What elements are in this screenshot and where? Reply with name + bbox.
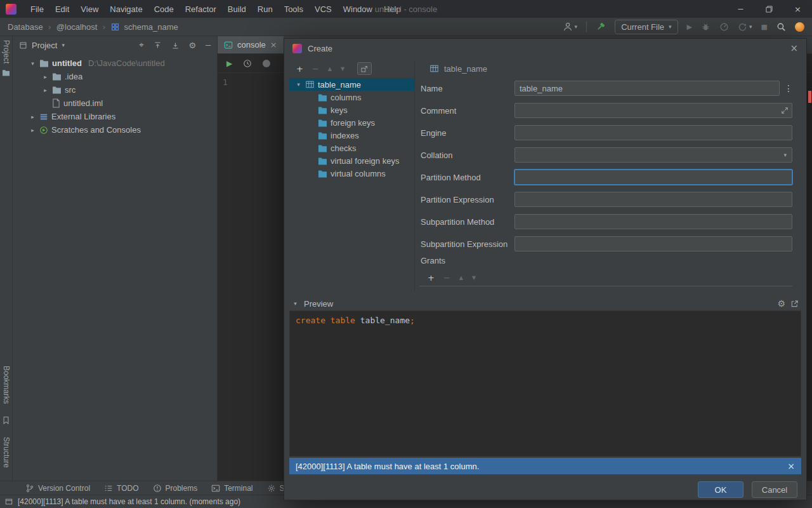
collapse-all-icon[interactable] <box>154 41 162 50</box>
menu-item-file[interactable]: File <box>25 1 49 17</box>
tab-console[interactable]: console × <box>218 36 284 53</box>
toolwindow-button-problems[interactable]: Problems <box>153 484 198 493</box>
run-button[interactable]: ▶ <box>687 23 692 31</box>
subpartition-expression-input[interactable] <box>514 236 792 251</box>
project-stripe-folder-icon[interactable] <box>2 69 10 76</box>
menu-item-run[interactable]: Run <box>252 1 278 17</box>
remove-button[interactable]: − <box>312 64 319 74</box>
menu-item-view[interactable]: View <box>75 1 104 17</box>
close-button[interactable]: × <box>783 0 812 18</box>
bookmark-icon[interactable] <box>3 417 10 424</box>
grants-move-up-button[interactable]: ▲ <box>459 275 463 281</box>
locate-file-icon[interactable]: ⌖ <box>139 40 143 50</box>
tab-close-icon[interactable]: × <box>270 40 277 50</box>
breadcrumb-localhost[interactable]: @localhost <box>56 22 98 32</box>
comment-input[interactable] <box>514 103 792 118</box>
engine-input[interactable] <box>514 125 792 140</box>
tree-item-indexes[interactable]: indexes <box>289 129 414 142</box>
move-down-button[interactable]: ▼ <box>341 66 344 72</box>
chevron-down-icon[interactable]: ▾ <box>29 60 36 67</box>
grants-remove-button[interactable]: − <box>443 273 450 283</box>
menu-item-vcs[interactable]: VCS <box>309 1 337 17</box>
profiler-button[interactable] <box>719 22 729 32</box>
execute-button[interactable]: ▶ <box>226 59 232 68</box>
partition-method-input[interactable] <box>514 170 792 185</box>
breadcrumb-database[interactable]: Database <box>8 22 43 32</box>
search-everywhere-icon[interactable] <box>776 22 786 32</box>
project-tree-item-idea[interactable]: ▸ .idea <box>13 70 217 83</box>
breadcrumb-schema-name[interactable]: schema_name <box>124 22 178 32</box>
expand-editor-icon[interactable] <box>781 107 789 114</box>
toolwindow-button-bookmarks[interactable]: Bookmarks <box>2 362 11 408</box>
build-hammer-icon[interactable] <box>596 22 606 32</box>
chevron-right-icon[interactable]: ▸ <box>42 87 49 93</box>
rerun-button[interactable]: ▾ <box>738 22 752 32</box>
user-account-icon[interactable]: ▾ <box>563 22 578 32</box>
notifications-icon[interactable] <box>795 22 804 32</box>
preview-settings-gear-icon[interactable]: ⚙ <box>777 298 785 309</box>
move-up-button[interactable]: ▲ <box>328 66 332 72</box>
tree-item-columns[interactable]: columns <box>289 91 414 104</box>
name-input[interactable]: table_name <box>514 81 780 96</box>
chevron-down-icon[interactable]: ▾ <box>62 42 65 48</box>
grants-move-down-button[interactable]: ▼ <box>472 275 476 281</box>
menu-item-edit[interactable]: Edit <box>49 1 75 17</box>
menu-item-tools[interactable]: Tools <box>278 1 309 17</box>
menu-item-navigate[interactable]: Navigate <box>104 1 148 17</box>
jump-to-editor-toggle[interactable] <box>357 62 372 75</box>
project-tree-item-external-libraries[interactable]: ▸ External Libraries <box>13 110 217 123</box>
subpartition-method-input[interactable] <box>514 214 792 229</box>
add-button[interactable]: + <box>296 64 303 74</box>
chevron-right-icon[interactable]: ▸ <box>29 114 36 120</box>
toolwindow-button-terminal[interactable]: Terminal <box>211 484 252 493</box>
error-stripe-marker[interactable] <box>808 91 811 103</box>
ok-button[interactable]: OK <box>698 481 743 498</box>
grants-add-button[interactable]: + <box>428 273 435 283</box>
chevron-right-icon[interactable]: ▸ <box>42 74 49 80</box>
preview-title[interactable]: Preview <box>304 299 333 309</box>
services-icon <box>267 484 276 493</box>
menu-item-build[interactable]: Build <box>222 1 252 17</box>
history-icon[interactable] <box>243 59 252 68</box>
hide-panel-icon[interactable]: ─ <box>206 41 211 50</box>
project-tree-item-scratches[interactable]: ▸ Scratches and Consoles <box>13 123 217 137</box>
tree-item-keys[interactable]: keys <box>289 104 414 116</box>
chevron-down-icon[interactable]: ▾ <box>295 81 302 88</box>
chevron-down-icon[interactable]: ▾ <box>292 300 299 307</box>
tree-item-checks[interactable]: checks <box>289 142 414 154</box>
partition-expression-input[interactable] <box>514 192 792 207</box>
banner-close-icon[interactable]: × <box>787 461 795 471</box>
toolwindow-button-structure[interactable]: Structure <box>2 433 11 472</box>
minimize-button[interactable]: ─ <box>726 0 755 18</box>
collation-input[interactable]: ▾ <box>514 147 792 163</box>
stop-button[interactable]: ■ <box>761 23 768 31</box>
project-tree-item-src[interactable]: ▸ src <box>13 83 217 97</box>
run-config-combo[interactable]: Current File ▾ <box>615 20 678 34</box>
tree-item-virtual-columns[interactable]: virtual columns <box>289 167 414 180</box>
menu-item-code[interactable]: Code <box>148 1 180 17</box>
status-window-icon[interactable] <box>5 498 13 505</box>
open-in-editor-icon[interactable] <box>790 300 799 308</box>
project-tree-item-untitled[interactable]: ▾ untitled D:\JavaCode\untitled <box>13 57 217 70</box>
toolwindow-button-project[interactable]: Project <box>2 36 11 67</box>
dialog-close-button[interactable]: × <box>790 43 798 54</box>
chevron-down-icon[interactable]: ▾ <box>783 152 787 158</box>
tree-item-foreign-keys[interactable]: foreign keys <box>289 116 414 129</box>
project-tree-item-untitled-iml[interactable]: untitled.iml <box>13 97 217 110</box>
sql-preview-editor[interactable]: create table table_name; <box>289 311 801 457</box>
menu-item-window[interactable]: Window <box>337 1 378 17</box>
toolwindow-button-version-control[interactable]: Version Control <box>25 484 90 493</box>
tree-item-virtual-foreign-keys[interactable]: virtual foreign keys <box>289 154 414 167</box>
expand-all-icon[interactable] <box>171 41 180 50</box>
toolwindow-button-todo[interactable]: TODO <box>104 484 138 493</box>
project-panel-title[interactable]: Project <box>32 41 57 50</box>
debug-button[interactable] <box>701 22 710 32</box>
tree-item-table-name[interactable]: ▾ table_name <box>289 78 414 91</box>
menu-item-refactor[interactable]: Refactor <box>180 1 222 17</box>
cancel-button[interactable]: Cancel <box>752 481 797 498</box>
kebab-menu-icon[interactable]: ⋮ <box>784 83 793 93</box>
restore-button[interactable] <box>755 0 783 18</box>
chevron-right-icon[interactable]: ▸ <box>29 127 36 133</box>
status-message[interactable]: [42000][1113] A table must have at least… <box>18 497 240 506</box>
gear-icon[interactable]: ⚙ <box>189 41 197 50</box>
